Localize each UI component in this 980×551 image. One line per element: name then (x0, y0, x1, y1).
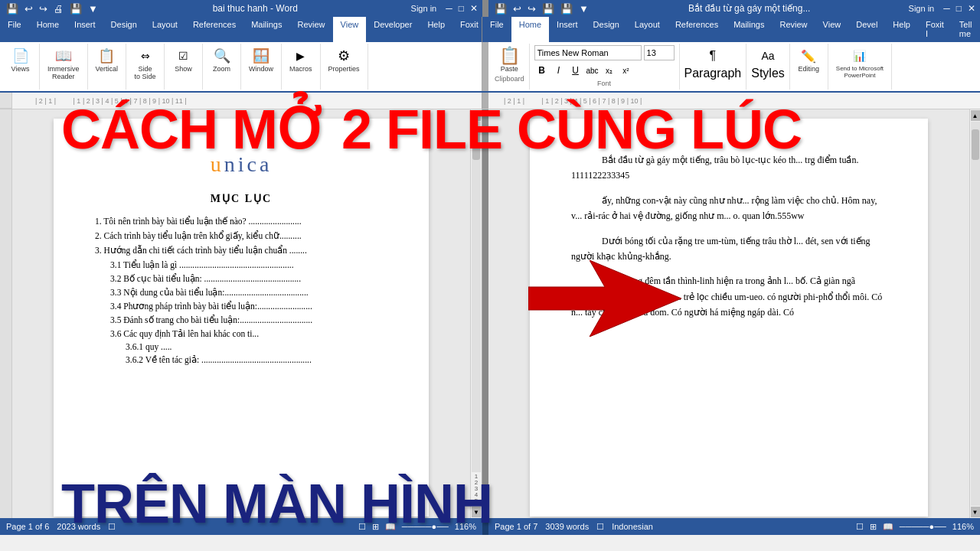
save-icon[interactable]: 💾 (5, 3, 20, 15)
left-tab-home[interactable]: Home (29, 17, 67, 42)
more-icon[interactable]: ▼ (87, 3, 100, 15)
right-scroll-track (971, 122, 980, 506)
right-scrollbar[interactable]: ▲ ▼ (969, 109, 980, 518)
left-doc-scroll[interactable]: unica MỤC LỤC 1. Tôi nên trình bày bài t… (12, 109, 470, 518)
left-tab-mailings[interactable]: Mailings (243, 17, 289, 42)
toc-item-3-4: 3.4 Phương pháp trình bày bài tiểu luận:… (110, 301, 387, 311)
right-tab-file[interactable]: File (482, 17, 511, 42)
right-tell-me[interactable]: Tell me (952, 17, 980, 42)
underline-btn[interactable]: U (568, 63, 583, 78)
toc-item-3-5: 3.5 Đánh số trang cho bài tiểu luận:....… (110, 315, 387, 325)
right-tab-foxit[interactable]: Foxit I (918, 17, 952, 42)
left-scrollbar[interactable]: ▲ 12345 ▼ (470, 109, 482, 518)
left-ribbon-group-show: ☑ Show (165, 44, 203, 90)
left-sign-in[interactable]: Sign in (411, 4, 437, 13)
toc-item-2: 2. Cách trình bày tiểu luận trên khổ giấ… (95, 230, 387, 241)
toc-item-3-6-1: 3.6.1 quy ..... (126, 342, 387, 351)
left-tab-view[interactable]: View (333, 17, 367, 42)
right-save3-icon[interactable]: 💾 (559, 3, 574, 15)
left-tab-developer[interactable]: Developer (366, 17, 420, 42)
right-save-icon[interactable]: 💾 (493, 3, 508, 15)
superscript-btn[interactable]: x² (619, 63, 634, 78)
right-tab-references[interactable]: References (668, 17, 726, 42)
print-icon[interactable]: 🖨 (52, 3, 65, 15)
subscript-btn[interactable]: x₂ (602, 63, 617, 78)
left-ribbon-group-views: 📄 Views (2, 44, 40, 90)
bold-btn[interactable]: B (534, 63, 550, 78)
left-close-btn[interactable]: ✕ (470, 3, 478, 14)
overlay-top-text: CÁCH MỞ 2 FILE CÙNG LÚC (61, 99, 980, 160)
left-tab-review[interactable]: Review (290, 17, 333, 42)
left-tab-help[interactable]: Help (420, 17, 452, 42)
font-size-input[interactable] (644, 45, 675, 60)
left-tab-insert[interactable]: Insert (67, 17, 103, 42)
left-qat: 💾 ↩ ↪ 🖨 💾 ▼ bai thuc hanh - Word Sign in… (0, 0, 482, 17)
left-doc-content: unica MỤC LỤC 1. Tôi nên trình bày bài t… (12, 109, 470, 518)
left-doc-page: unica MỤC LỤC 1. Tôi nên trình bày bài t… (54, 119, 429, 517)
macros-btn[interactable]: ▶ Macros (286, 45, 315, 74)
strikethrough-btn[interactable]: abc (585, 63, 600, 78)
italic-btn[interactable]: I (551, 63, 567, 78)
toc-title: MỤC LỤC (95, 192, 387, 205)
overlay-bottom-text: TRÊN MÀN HÌNH (61, 474, 980, 534)
right-tab-insert[interactable]: Insert (549, 17, 586, 42)
left-tab-foxit[interactable]: Foxit (452, 17, 486, 42)
views-btn[interactable]: 📄 Views (8, 45, 33, 74)
right-font-group: B I U abc x₂ x² Font (530, 44, 680, 90)
right-tab-mailings[interactable]: Mailings (726, 17, 772, 42)
right-more-icon[interactable]: ▼ (577, 3, 590, 15)
redo-icon[interactable]: ↪ (38, 3, 49, 15)
left-document-area: unica MỤC LỤC 1. Tôi nên trình bày bài t… (12, 109, 470, 518)
save2-icon[interactable]: 💾 (68, 3, 83, 15)
left-tab-references[interactable]: References (185, 17, 243, 42)
left-tab-design[interactable]: Design (103, 17, 145, 42)
right-tab-review[interactable]: Review (773, 17, 815, 42)
right-tab-view[interactable]: View (815, 17, 849, 42)
left-restore-btn[interactable]: □ (459, 3, 464, 14)
left-ribbon-group-macros: ▶ Macros (282, 44, 321, 90)
paragraph-btn[interactable]: ¶ (701, 45, 725, 67)
window-btn[interactable]: 🪟 Window (246, 45, 276, 74)
right-qat: 💾 ↩ ↪ 💾 💾 ▼ Bắt đầu từ gà gáy một tiếng.… (488, 0, 980, 17)
panel-divider[interactable] (482, 109, 488, 518)
toc-item-3-3: 3.3 Nội dung của bài tiểu luận:.........… (110, 287, 387, 298)
zoom-btn[interactable]: 🔍 Zoom (210, 45, 234, 74)
right-sign-in[interactable]: Sign in (909, 4, 935, 13)
left-ribbon-group-side: ⇔ Side to Side (126, 44, 165, 90)
right-tab-devel[interactable]: Devel (848, 17, 885, 42)
vertical-btn[interactable]: 📋 Vertical (93, 45, 122, 74)
left-scroll-track (472, 122, 481, 472)
paste-btn[interactable]: 📋 Paste (497, 45, 521, 74)
right-ribbon-group-paragraph: ¶ Paragraph (680, 44, 747, 90)
left-window-title: bai thuc hanh - Word (103, 3, 408, 14)
show-btn[interactable]: ☑ Show (172, 45, 196, 74)
send-to-pp-btn[interactable]: 📊 Send to MicrosoftPowerPoint (833, 45, 887, 80)
left-minimize-btn[interactable]: ─ (446, 3, 452, 14)
right-restore-btn[interactable]: □ (956, 3, 962, 14)
left-tab-layout[interactable]: Layout (145, 17, 185, 42)
right-undo-icon[interactable]: ↩ (511, 3, 523, 15)
right-redo-icon[interactable]: ↪ (526, 3, 537, 15)
immersive-reader-btn[interactable]: 📖 Immersive Reader (44, 45, 83, 82)
right-tab-home[interactable]: Home (511, 17, 549, 42)
right-ribbon-group-styles: Aa Styles (746, 44, 790, 90)
toc-item-3-2: 3.2 Bố cục bài tiểu luận: ..............… (110, 273, 387, 284)
styles-btn[interactable]: Aa (756, 45, 780, 67)
right-ribbon-group-clipboard: 📋 Paste Clipboard (490, 44, 530, 90)
right-ribbon-tabs: File Home Insert Design Layout Reference… (482, 17, 980, 42)
properties-btn[interactable]: ⚙ Properties (325, 45, 363, 74)
right-minimize-btn[interactable]: ─ (943, 3, 950, 14)
toc-item-3-6: 3.6 Các quy định Tải lên hai khác con ti… (110, 328, 387, 339)
right-close-btn[interactable]: ✕ (968, 3, 975, 14)
right-tab-design[interactable]: Design (586, 17, 627, 42)
undo-icon[interactable]: ↩ (23, 3, 34, 15)
right-tab-help[interactable]: Help (885, 17, 918, 42)
side-to-side-btn[interactable]: ⇔ Side to Side (132, 45, 159, 82)
right-save2-icon[interactable]: 💾 (541, 3, 556, 15)
left-ribbon-group-vertical: 📋 Vertical (88, 44, 127, 90)
font-name-input[interactable] (534, 45, 642, 60)
right-tab-layout[interactable]: Layout (627, 17, 668, 42)
left-margin-marker (0, 109, 12, 518)
editing-btn[interactable]: ✏️ Editing (795, 45, 823, 74)
left-tab-file[interactable]: File (0, 17, 29, 42)
